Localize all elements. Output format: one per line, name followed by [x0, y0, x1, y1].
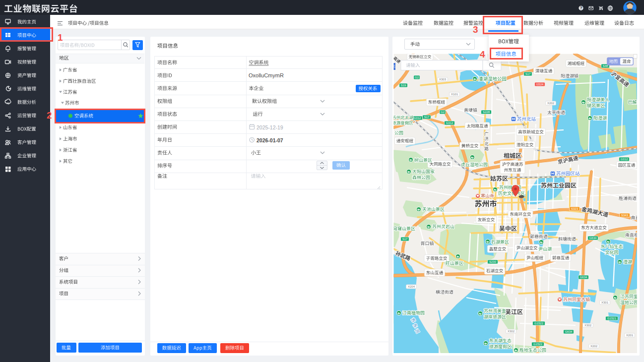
svg-text:G634: G634 [580, 276, 587, 279]
svg-text:X303: X303 [439, 78, 447, 81]
svg-text:G312: G312 [621, 158, 628, 161]
svg-text:S343: S343 [621, 214, 629, 217]
svg-text:G1521: G1521 [607, 317, 617, 320]
svg-text:X202: X202 [590, 345, 598, 348]
svg-text:X204: X204 [408, 285, 415, 288]
svg-text:G524: G524 [536, 83, 544, 86]
svg-text:S228: S228 [483, 111, 490, 114]
svg-text:S230: S230 [489, 260, 497, 263]
svg-text:G634: G634 [565, 330, 573, 333]
svg-text:S323: S323 [571, 207, 579, 210]
svg-text:S17: S17 [402, 238, 408, 241]
svg-text:X302: X302 [584, 324, 592, 327]
svg-text:X302: X302 [508, 330, 515, 333]
svg-text:G1522: G1522 [533, 343, 543, 346]
svg-text:G312: G312 [446, 121, 453, 124]
svg-text:G634: G634 [589, 237, 597, 240]
svg-text:S19: S19 [401, 84, 406, 87]
svg-text:S17: S17 [424, 116, 430, 119]
svg-text:X301: X301 [601, 301, 609, 304]
svg-text:G312: G312 [414, 117, 421, 120]
svg-text:G2: G2 [415, 76, 419, 79]
svg-text:S17: S17 [525, 72, 531, 75]
svg-text:G2: G2 [441, 111, 445, 114]
svg-text:X101: X101 [451, 93, 458, 96]
svg-text:G1522: G1522 [534, 322, 544, 325]
svg-text:X202: X202 [547, 102, 555, 105]
svg-text:X201: X201 [626, 334, 634, 337]
svg-text:?: ? [580, 5, 582, 10]
